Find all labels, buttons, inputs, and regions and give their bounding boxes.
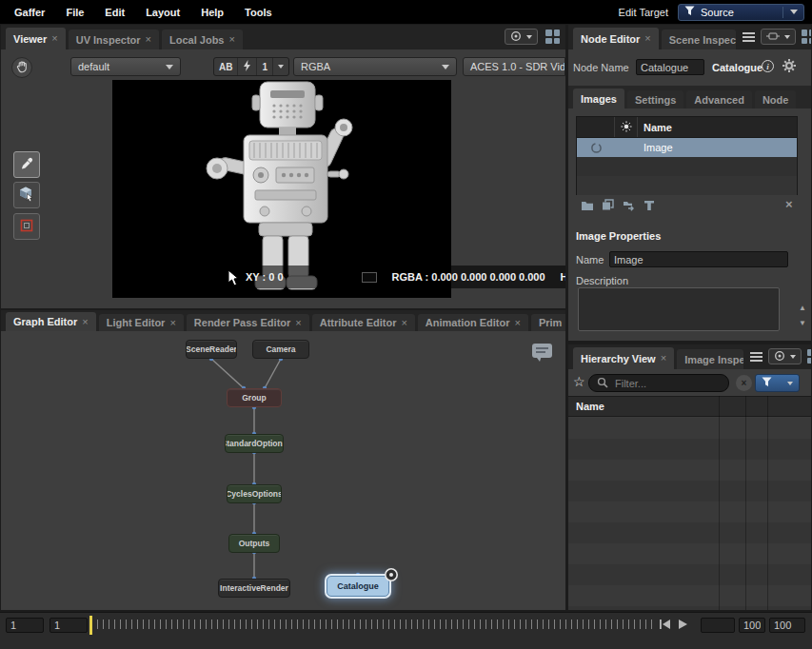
edit-target-source-dropdown[interactable]: Source	[678, 4, 804, 21]
close-tab-icon[interactable]: ×	[51, 33, 57, 44]
channel-select-dropdown[interactable]: RGBA	[293, 57, 457, 76]
node-interactiverender[interactable]: InteractiveRender	[218, 579, 290, 598]
layout-grid-icon[interactable]	[802, 30, 811, 44]
filter-searchbox[interactable]	[588, 374, 729, 392]
subtab-node[interactable]: Node	[755, 90, 797, 108]
gear-icon[interactable]	[782, 58, 797, 75]
node-outputs[interactable]: Outputs	[228, 534, 280, 553]
tab-list-menu-icon[interactable]	[750, 352, 762, 362]
scroll-up-icon[interactable]: ▲	[799, 305, 806, 312]
menu-gaffer[interactable]: Gaffer	[4, 7, 55, 18]
tab-uv-inspector[interactable]: UV Inspector ×	[69, 30, 159, 49]
layout-grid-icon[interactable]	[545, 30, 560, 44]
cube-cursor-icon	[18, 186, 35, 205]
display-transform-dropdown[interactable]: ACES 1.0 - SDR Vide	[463, 57, 565, 76]
tab-node-editor[interactable]: Node Editor ×	[573, 28, 659, 49]
menu-layout[interactable]: Layout	[135, 7, 190, 18]
playback-end-field[interactable]	[739, 618, 765, 633]
clear-filter-icon[interactable]: ×	[736, 375, 752, 391]
menu-help[interactable]: Help	[190, 7, 234, 18]
empty-row	[577, 157, 797, 176]
export-image-button[interactable]	[623, 200, 636, 213]
select-tool-button[interactable]	[13, 182, 40, 208]
ab-compare-button[interactable]: AB	[214, 58, 238, 75]
current-frame-marker[interactable]	[89, 616, 92, 635]
close-tab-icon[interactable]: ×	[401, 318, 406, 328]
view-select-dropdown[interactable]: default	[70, 57, 181, 76]
skip-to-start-button[interactable]	[659, 619, 671, 632]
exposure-value[interactable]: 1	[257, 58, 273, 75]
menu-tools[interactable]: Tools	[234, 7, 283, 18]
menu-file[interactable]: File	[55, 7, 94, 18]
frame-ruler[interactable]	[97, 620, 653, 629]
node-cyclesoptions[interactable]: CyclesOptions	[227, 484, 282, 503]
scroll-down-icon[interactable]: ▼	[799, 320, 806, 327]
node-type-label: Catalogue	[712, 62, 762, 73]
close-tab-icon[interactable]: ×	[228, 34, 234, 45]
column-divider	[745, 396, 746, 610]
node-name-field[interactable]	[636, 59, 704, 75]
close-tab-icon[interactable]: ×	[644, 33, 650, 44]
menu-edit[interactable]: Edit	[94, 7, 135, 18]
tab-list-menu-icon[interactable]	[743, 32, 755, 42]
node-scenereader[interactable]: SceneReader	[186, 340, 237, 359]
node-graph-canvas[interactable]: SceneReader Camera Group StandardOptions…	[1, 331, 565, 610]
image-name-label: Name	[576, 254, 604, 266]
compare-exposure-group: AB 1	[213, 57, 289, 76]
node-focus-dropdown[interactable]	[761, 29, 796, 45]
close-tab-icon[interactable]: ×	[295, 318, 301, 328]
tab-viewer[interactable]: Viewer ×	[6, 28, 66, 49]
play-button[interactable]	[678, 619, 688, 632]
hierarchy-target-dropdown[interactable]	[768, 348, 802, 364]
node-camera[interactable]: Camera	[252, 340, 309, 359]
empty-row	[568, 543, 811, 564]
color-picker-tool-button[interactable]	[13, 151, 40, 178]
description-field[interactable]	[578, 287, 780, 331]
duplicate-image-button[interactable]	[602, 199, 614, 213]
remove-image-button[interactable]: ×	[785, 197, 793, 211]
bookmark-star-icon[interactable]: ☆	[573, 374, 585, 389]
tab-scene-inspector[interactable]: Scene Inspecto	[662, 30, 736, 49]
tab-image-inspector[interactable]: Image Inspe	[677, 349, 743, 369]
close-tab-icon[interactable]: ×	[82, 317, 88, 327]
tab-graph-editor[interactable]: Graph Editor ×	[6, 312, 96, 331]
filter-input[interactable]	[613, 377, 721, 390]
node-group[interactable]: Group	[227, 388, 282, 407]
tab-label: Attribute Editor	[320, 317, 397, 328]
extract-image-button[interactable]	[644, 200, 655, 213]
tab-animation-editor[interactable]: Animation Editor ×	[418, 314, 528, 331]
node-catalogue[interactable]: Catalogue	[327, 576, 389, 597]
tab-attribute-editor[interactable]: Attribute Editor ×	[312, 314, 415, 331]
info-icon[interactable]: i	[762, 60, 774, 72]
image-name-field[interactable]	[609, 251, 788, 267]
filter-options-dropdown[interactable]	[755, 374, 800, 392]
close-tab-icon[interactable]: ×	[169, 318, 175, 328]
annotation-note-icon[interactable]	[531, 343, 554, 364]
close-tab-icon[interactable]: ×	[514, 318, 520, 328]
close-tab-icon[interactable]: ×	[146, 34, 151, 45]
start-frame-field[interactable]	[6, 618, 44, 633]
playback-start-field[interactable]	[50, 618, 88, 633]
hand-icon	[16, 61, 29, 75]
current-frame-field[interactable]	[701, 618, 735, 633]
tab-render-pass-editor[interactable]: Render Pass Editor ×	[187, 314, 309, 331]
pan-tool-button[interactable]	[11, 57, 32, 78]
image-row-selected[interactable]: Image	[577, 138, 797, 157]
tab-primitive-inspector[interactable]: Prim	[531, 314, 565, 331]
color-correction-button[interactable]	[238, 58, 257, 75]
subtab-advanced[interactable]: Advanced	[686, 90, 752, 108]
viewer-target-dropdown[interactable]	[505, 29, 538, 45]
layout-grid-icon[interactable]	[807, 349, 811, 364]
crop-window-tool-button[interactable]	[13, 213, 40, 240]
tab-hierarchy-view[interactable]: Hierarchy View ×	[573, 347, 674, 369]
subtab-images[interactable]: Images	[573, 88, 624, 108]
tab-local-jobs[interactable]: Local Jobs ×	[162, 30, 243, 49]
tab-light-editor[interactable]: Light Editor ×	[99, 314, 184, 331]
tab-label: Viewer	[13, 33, 47, 45]
node-standardoptions[interactable]: StandardOptions	[225, 434, 284, 453]
close-tab-icon[interactable]: ×	[661, 353, 666, 364]
add-image-button[interactable]	[581, 200, 594, 213]
subtab-settings[interactable]: Settings	[627, 90, 683, 108]
end-frame-field[interactable]	[769, 618, 805, 633]
exposure-menu-button[interactable]	[273, 58, 288, 75]
